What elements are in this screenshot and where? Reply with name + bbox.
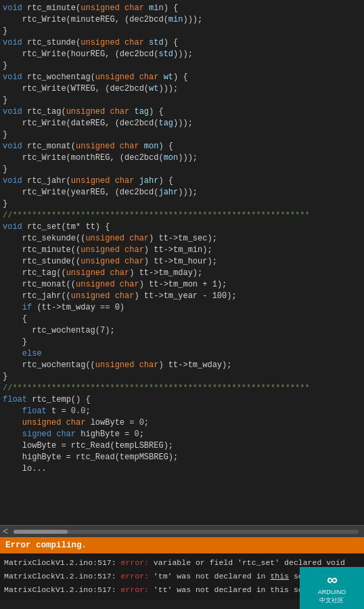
code-line-15: } bbox=[0, 164, 364, 175]
error-file-2: MatrixClockV1.2.ino:517: bbox=[4, 572, 121, 581]
code-line-36: float t = 0.0; bbox=[0, 406, 364, 417]
code-editor: void rtc_minute(unsigned char min) { rtc… bbox=[0, 0, 364, 525]
code-line-29: rtc_wochentag(7); bbox=[0, 325, 364, 337]
error-compiling-text: Error compiling. bbox=[5, 541, 87, 550]
error-file-3: MatrixClockV1.2.ino:517: bbox=[4, 585, 121, 594]
code-line-6: } bbox=[0, 60, 364, 72]
code-line-26: rtc_jahr((unsigned char) tt->tm_year - 1… bbox=[0, 291, 364, 302]
scrollbar-track[interactable] bbox=[14, 530, 359, 534]
code-line-21: rtc_sekunde((unsigned char) tt->tm_sec); bbox=[0, 233, 364, 245]
error-label-1: error: bbox=[121, 558, 154, 567]
code-line-8: rtc_Write(WTREG, (dec2bcd(wt))); bbox=[0, 83, 364, 95]
scrollbar-thumb[interactable] bbox=[14, 530, 68, 534]
error-msg-1: variable or field 'rtc_set' declared voi… bbox=[154, 558, 345, 567]
code-line-38: signed char highByte = 0; bbox=[0, 429, 364, 440]
code-line-28: { bbox=[0, 314, 364, 325]
code-line-14: rtc_Write(monthREG, (dec2bcd(mon))); bbox=[0, 152, 364, 164]
code-line-18: } bbox=[0, 198, 364, 210]
code-line-30: } bbox=[0, 337, 364, 348]
scroll-left-icon[interactable]: < bbox=[3, 527, 11, 537]
code-line-19: //**************************************… bbox=[0, 210, 364, 222]
code-line-7: void rtc_wochentag(unsigned char wt) { bbox=[0, 72, 364, 83]
code-line-5: rtc_Write(hourREG, (dec2bcd(std))); bbox=[0, 49, 364, 60]
arduino-logo-icon: ∞ bbox=[327, 571, 337, 589]
horizontal-scrollbar[interactable]: < bbox=[0, 525, 364, 537]
code-line-3: } bbox=[0, 26, 364, 37]
code-line-4: void rtc_stunde(unsigned char std) { bbox=[0, 37, 364, 49]
code-line-2: rtc_Write(minuteREG, (dec2bcd(min))); bbox=[0, 14, 364, 26]
code-line-11: rtc_Write(dateREG, (dec2bcd(tag))); bbox=[0, 118, 364, 129]
code-line-39: lowByte = rtc_Read(tempLSBREG); bbox=[0, 440, 364, 452]
error-msg-2: 'tm' was not declared in this sc... bbox=[154, 572, 317, 581]
code-line-25: rtc_monat((unsigned char) tt->tm_mon + 1… bbox=[0, 279, 364, 291]
code-line-34: //**************************************… bbox=[0, 383, 364, 394]
code-line-41: lo... bbox=[0, 463, 364, 475]
code-line-32: rtc_wochentag((unsigned char) tt->tm_wda… bbox=[0, 360, 364, 371]
error-bar: Error compiling. bbox=[0, 537, 364, 553]
error-label-2: error: bbox=[121, 572, 154, 581]
code-line-24: rtc_tag((unsigned char) tt->tm_mday); bbox=[0, 268, 364, 279]
code-line-27: if (tt->tm_wday == 0) bbox=[0, 302, 364, 314]
code-line-12: } bbox=[0, 129, 364, 141]
code-line-17: rtc_Write(yearREG, (dec2bcd(jahr))); bbox=[0, 187, 364, 198]
error-log-section: MatrixClockV1.2.ino:517: error: variable… bbox=[0, 553, 364, 609]
code-line-35: float rtc_temp() { bbox=[0, 394, 364, 406]
code-line-13: void rtc_monat(unsigned char mon) { bbox=[0, 141, 364, 152]
code-line-9: } bbox=[0, 95, 364, 106]
code-line-31: else bbox=[0, 348, 364, 360]
error-msg-3: 'tt' was not declared in this sc... bbox=[154, 585, 317, 594]
error-file-1: MatrixClockV1.2.ino:517: bbox=[4, 558, 121, 567]
arduino-badge: ∞ ARDUINO 中文社区 bbox=[300, 567, 364, 609]
code-line-1: void rtc_minute(unsigned char min) { bbox=[0, 3, 364, 14]
error-label-3: error: bbox=[121, 585, 154, 594]
code-line-10: void rtc_tag(unsigned char tag) { bbox=[0, 106, 364, 118]
arduino-brand-text: ARDUINO 中文社区 bbox=[318, 589, 346, 604]
code-line-22: rtc_minute((unsigned char) tt->tm_min); bbox=[0, 245, 364, 256]
code-line-40: highByte = rtc_Read(tempMSBREG); bbox=[0, 452, 364, 463]
code-line-37: unsigned char lowByte = 0; bbox=[0, 417, 364, 429]
code-line-33: } bbox=[0, 371, 364, 383]
code-line-16: void rtc_jahr(unsigned char jahr) { bbox=[0, 175, 364, 187]
code-line-23: rtc_stunde((unsigned char) tt->tm_hour); bbox=[0, 256, 364, 268]
code-line-20: void rtc_set(tm* tt) { bbox=[0, 222, 364, 233]
